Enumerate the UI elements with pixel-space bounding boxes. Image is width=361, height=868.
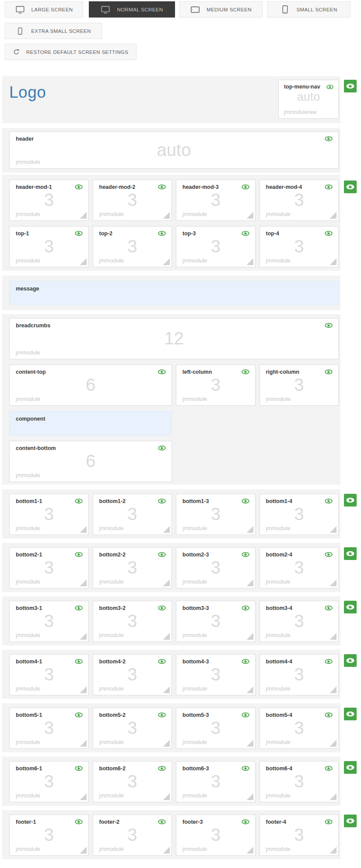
eye-icon[interactable] [242,659,249,664]
module-box-right-column[interactable]: right-column 3 jmmodule [259,365,339,406]
eye-icon[interactable] [158,765,166,771]
module-box[interactable]: bottom5-3 3 jmmodule [176,708,256,749]
medium-screen-button[interactable]: MEDIUM SCREEN [179,1,263,18]
module-box-top-menu-nav[interactable]: top-menu-nav auto jmmoduleraw [278,80,339,119]
module-box[interactable]: bottom2-4 3 jmmodule [259,547,339,588]
eye-icon[interactable] [325,819,333,825]
resize-handle-icon[interactable] [80,740,87,747]
eye-icon[interactable] [325,712,333,718]
row-visibility-toggle[interactable] [344,708,357,720]
resize-handle-icon[interactable] [329,258,336,265]
eye-icon[interactable] [158,659,166,664]
module-box[interactable]: bottom4-3 3 jmmodule [176,654,256,695]
module-box-breadcrumbs[interactable]: breadcrumbs 12 jmmodule [9,318,339,359]
resize-handle-icon[interactable] [246,686,253,693]
eye-icon[interactable] [325,230,333,236]
module-box-content-top[interactable]: content-top 6 jmmodule [9,365,172,406]
eye-icon[interactable] [158,605,166,611]
module-box[interactable]: bottom1-1 3 jmmodule [9,494,89,535]
eye-icon[interactable] [325,552,333,557]
module-box[interactable]: bottom5-4 3 jmmodule [259,708,339,749]
resize-handle-icon[interactable] [329,740,336,747]
module-box[interactable]: bottom2-1 3 jmmodule [9,547,89,588]
module-box[interactable]: bottom4-4 3 jmmodule [259,654,339,695]
resize-handle-icon[interactable] [329,212,336,219]
module-box[interactable]: footer-4 3 jmmodule [259,815,339,856]
resize-handle-icon[interactable] [246,258,253,265]
eye-icon[interactable] [242,712,249,718]
resize-handle-icon[interactable] [80,793,87,800]
resize-handle-icon[interactable] [163,212,170,219]
restore-defaults-button[interactable]: RESTORE DEFAULT SCREEN SETTINGS [5,44,137,60]
resize-handle-icon[interactable] [80,686,87,693]
eye-icon[interactable] [158,369,166,375]
module-box[interactable]: top-1 3 jmmodule [9,226,89,267]
large-screen-button[interactable]: LARGE SCREEN [5,1,83,18]
eye-icon[interactable] [242,184,249,190]
module-box[interactable]: bottom6-2 3 jmmodule [93,761,172,802]
eye-icon[interactable] [158,552,166,557]
resize-handle-icon[interactable] [163,740,170,747]
resize-handle-icon[interactable] [80,847,87,854]
module-box[interactable]: bottom6-1 3 jmmodule [9,761,89,802]
module-box[interactable]: bottom2-2 3 jmmodule [93,547,172,588]
eye-icon[interactable] [325,659,333,664]
resize-handle-icon[interactable] [246,793,253,800]
resize-handle-icon[interactable] [246,740,253,747]
resize-handle-icon[interactable] [163,258,170,265]
eye-icon[interactable] [75,552,83,557]
resize-handle-icon[interactable] [163,686,170,693]
eye-icon[interactable] [75,659,83,664]
module-box[interactable]: top-3 3 jmmodule [176,226,256,267]
eye-icon[interactable] [325,322,333,328]
module-box[interactable]: bottom6-4 3 jmmodule [259,761,339,802]
module-box[interactable]: footer-1 3 jmmodule [9,815,89,856]
eye-icon[interactable] [75,498,83,504]
resize-handle-icon[interactable] [329,633,336,640]
module-box[interactable]: bottom1-2 3 jmmodule [93,494,172,535]
module-box-header[interactable]: header auto jmmodule [9,131,339,169]
extra-small-screen-button[interactable]: EXTRA SMALL SCREEN [5,23,102,39]
resize-handle-icon[interactable] [246,579,253,586]
resize-handle-icon[interactable] [163,579,170,586]
row-visibility-toggle[interactable] [344,815,357,827]
module-box[interactable]: bottom5-1 3 jmmodule [9,708,89,749]
resize-handle-icon[interactable] [246,526,253,533]
eye-icon[interactable] [242,369,249,375]
eye-icon[interactable] [158,230,166,236]
row-visibility-toggle[interactable] [344,547,357,560]
resize-handle-icon[interactable] [163,526,170,533]
resize-handle-icon[interactable] [246,633,253,640]
module-box[interactable]: header-mod-1 3 jmmodule [9,180,89,221]
module-box[interactable]: bottom3-3 3 jmmodule [176,601,256,642]
eye-icon[interactable] [158,445,166,451]
resize-handle-icon[interactable] [329,579,336,586]
row-visibility-toggle[interactable] [344,494,357,507]
resize-handle-icon[interactable] [246,212,253,219]
row-visibility-toggle[interactable] [344,80,357,92]
module-box[interactable]: bottom4-1 3 jmmodule [9,654,89,695]
row-visibility-toggle[interactable] [344,761,357,774]
eye-icon[interactable] [75,230,83,236]
module-box[interactable]: footer-2 3 jmmodule [93,815,172,856]
row-visibility-toggle[interactable] [344,654,357,667]
normal-screen-button[interactable]: NORMAL SCREEN [89,1,175,18]
resize-handle-icon[interactable] [329,847,336,854]
resize-handle-icon[interactable] [163,793,170,800]
resize-handle-icon[interactable] [80,258,87,265]
eye-icon[interactable] [325,184,333,190]
eye-icon[interactable] [158,819,166,825]
eye-icon[interactable] [242,552,249,557]
module-box[interactable]: bottom2-3 3 jmmodule [176,547,256,588]
eye-icon[interactable] [242,498,249,504]
module-box[interactable]: top-2 3 jmmodule [93,226,172,267]
resize-handle-icon[interactable] [163,847,170,854]
eye-icon[interactable] [325,765,333,771]
eye-icon[interactable] [242,765,249,771]
row-visibility-toggle[interactable] [344,181,357,193]
module-box-content-bottom[interactable]: content-bottom 6 jmmodule [9,441,172,482]
eye-icon[interactable] [158,184,166,190]
module-box-left-column[interactable]: left-column 3 jmmodule [176,365,256,406]
eye-icon[interactable] [325,605,333,611]
module-box[interactable]: header-mod-2 3 jmmodule [93,180,172,221]
